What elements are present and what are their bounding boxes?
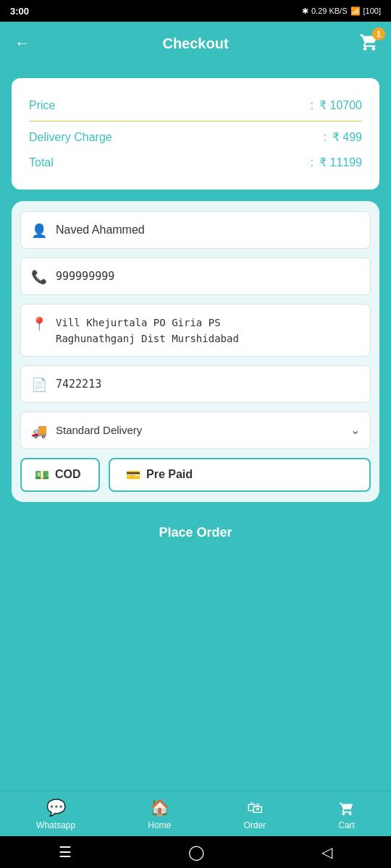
prepaid-label: Pre Paid — [146, 468, 193, 481]
cart-button[interactable]: 1 — [359, 32, 379, 55]
nav-whatsapp[interactable]: 💬 Whatsapp — [36, 799, 75, 830]
cart-badge: 1 — [372, 27, 385, 41]
address-input-row[interactable]: 📍 Vill Khejurtala PO Giria PSRaghunathga… — [20, 304, 371, 357]
bottom-nav: 💬 Whatsapp 🏠 Home 🛍 Order Cart — [0, 791, 391, 836]
truck-icon: 🚚 — [31, 423, 47, 439]
name-input-row[interactable]: 👤 Naved Ahammed — [20, 211, 371, 249]
nav-cart[interactable]: Cart — [338, 799, 355, 830]
nav-order[interactable]: 🛍 Order — [243, 799, 266, 830]
back-button[interactable]: ← — [12, 31, 33, 56]
nav-whatsapp-label: Whatsapp — [36, 820, 75, 830]
page-title: Checkout — [162, 35, 228, 52]
phone-field[interactable]: 999999999 — [56, 268, 114, 285]
total-value: ₹ 11199 — [319, 156, 362, 169]
price-label: Price — [29, 99, 55, 112]
sys-nav-menu[interactable]: ☰ — [59, 843, 72, 861]
header: ← Checkout 1 — [0, 22, 391, 65]
delivery-charge-row: Delivery Charge : ₹ 499 — [29, 124, 362, 150]
chevron-down-icon: ⌄ — [350, 423, 360, 437]
order-icon: 🛍 — [247, 799, 263, 817]
price-colon: : — [311, 99, 314, 112]
location-icon: 📍 — [31, 316, 47, 332]
sys-nav-back[interactable]: ◁ — [321, 843, 332, 861]
phone-icon: 📞 — [31, 269, 47, 285]
pincode-field[interactable]: 7422213 — [56, 376, 101, 393]
cash-icon: 💵 — [35, 468, 49, 482]
price-card: Price : ₹ 10700 Delivery Charge : ₹ 499 … — [12, 78, 379, 190]
system-nav: ☰ ◯ ◁ — [0, 836, 391, 868]
name-field[interactable]: Naved Ahammed — [56, 221, 145, 239]
delivery-colon: : — [323, 131, 326, 144]
home-icon: 🏠 — [150, 799, 169, 817]
bluetooth-icon: ✱ — [302, 7, 308, 16]
card-icon: 💳 — [126, 468, 140, 482]
whatsapp-icon: 💬 — [46, 799, 66, 817]
checkout-form: 👤 Naved Ahammed 📞 999999999 📍 Vill Kheju… — [12, 201, 379, 502]
status-time: 3:00 — [10, 6, 29, 17]
delivery-value: ₹ 499 — [332, 130, 362, 144]
pincode-input-row[interactable]: 📄 7422213 — [20, 365, 371, 403]
nav-order-label: Order — [243, 820, 266, 830]
user-icon: 👤 — [31, 223, 47, 239]
phone-input-row[interactable]: 📞 999999999 — [20, 258, 371, 295]
network-speed: 0.29 KB/S — [311, 7, 348, 15]
total-label: Total — [29, 156, 54, 169]
cod-label: COD — [55, 468, 81, 481]
place-order-button[interactable]: Place Order — [12, 512, 379, 553]
main-content: Price : ₹ 10700 Delivery Charge : ₹ 499 … — [0, 65, 391, 791]
delivery-label: Delivery Charge — [29, 131, 112, 144]
status-icons: ✱ 0.29 KB/S 📶 [100] — [302, 7, 381, 16]
id-icon: 📄 — [31, 377, 47, 393]
prepaid-button[interactable]: 💳 Pre Paid — [109, 458, 371, 492]
price-value: ₹ 10700 — [319, 98, 362, 112]
signal-icon: 📶 — [350, 7, 361, 16]
total-row: Total : ₹ 11199 — [29, 150, 362, 175]
nav-home-label: Home — [148, 820, 171, 830]
status-bar: 3:00 ✱ 0.29 KB/S 📶 [100] — [0, 0, 391, 22]
nav-cart-label: Cart — [338, 820, 355, 830]
delivery-option: Standard Delivery — [56, 424, 142, 436]
delivery-select-row[interactable]: 🚚 Standard Delivery ⌄ — [20, 412, 371, 449]
payment-options: 💵 COD 💳 Pre Paid — [20, 458, 371, 492]
cod-button[interactable]: 💵 COD — [20, 458, 100, 492]
total-colon: : — [311, 156, 314, 169]
battery-icon: [100] — [363, 7, 381, 15]
nav-home[interactable]: 🏠 Home — [148, 799, 171, 830]
sys-nav-home[interactable]: ◯ — [188, 843, 204, 861]
price-row: Price : ₹ 10700 — [29, 93, 362, 122]
address-field[interactable]: Vill Khejurtala PO Giria PSRaghunathganj… — [56, 315, 239, 347]
cart-nav-icon — [339, 799, 355, 817]
